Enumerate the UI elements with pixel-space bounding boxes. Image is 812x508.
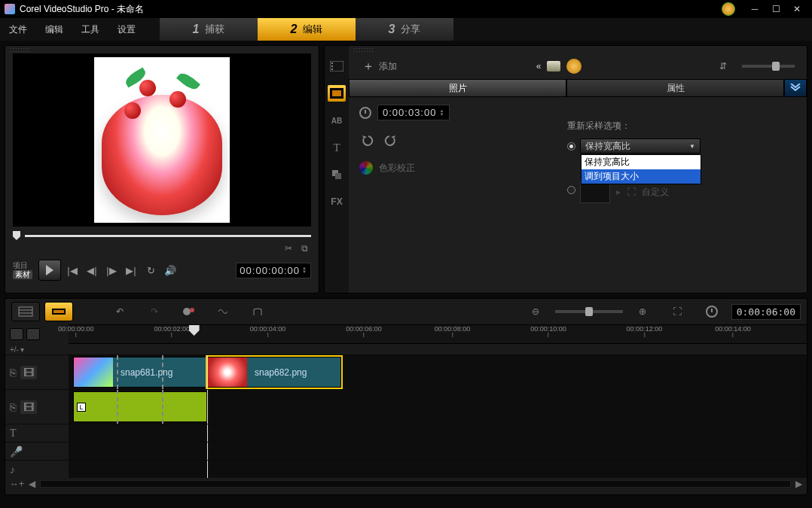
chevron-left-icon[interactable]: «: [536, 61, 542, 71]
step-edit[interactable]: 2编辑: [258, 18, 356, 41]
timeline-view-button[interactable]: [44, 302, 73, 321]
resample-label: 重新采样选项：: [567, 120, 701, 132]
scrub-track[interactable]: [25, 234, 311, 237]
play-button[interactable]: [38, 260, 61, 281]
title-track-body[interactable]: [69, 424, 807, 442]
record-button[interactable]: [179, 303, 200, 321]
radio-icon[interactable]: [567, 186, 575, 194]
resample-dropdown: 保持宽高比 调到项目大小: [581, 154, 701, 184]
expand-tracks-button[interactable]: ↔+: [10, 479, 24, 489]
rotate-right-button[interactable]: [383, 134, 400, 149]
panel-grip[interactable]: ::::::::: [349, 46, 807, 53]
cut-icon[interactable]: ✂: [285, 243, 292, 254]
storyboard-view-button[interactable]: [11, 302, 40, 321]
music-track-head[interactable]: ♪: [5, 461, 69, 478]
overlay-track-icon: 🎞: [20, 400, 37, 414]
side-tab-title[interactable]: T: [328, 139, 346, 156]
preview-timecode[interactable]: 00:00:00:00▲▼: [236, 263, 311, 278]
repeat-button[interactable]: ↻: [142, 262, 159, 278]
preview-panel: :::::::: ✂ ⧉ 项目 素材 |◀ ◀| |▶ ▶|: [5, 45, 319, 294]
audio-mixer-button[interactable]: [213, 303, 234, 321]
slider-knob-icon[interactable]: [772, 62, 780, 71]
folder-icon[interactable]: [547, 61, 560, 71]
dropdown-opt-keep-aspect[interactable]: 保持宽高比: [582, 155, 701, 169]
sub-tab-photo[interactable]: 照片: [349, 79, 566, 97]
overlay-track-head[interactable]: ⎘ 🎞: [5, 390, 69, 424]
sub-tab-strip: 照片 属性: [349, 79, 807, 97]
step-capture[interactable]: 1捕获: [160, 18, 258, 41]
menu-edit[interactable]: 编辑: [36, 18, 72, 41]
time-ruler[interactable]: 00:00:00:00 00:00:02:00 00:00:04:00 00:0…: [69, 324, 807, 344]
prev-frame-button[interactable]: ◀|: [84, 262, 100, 278]
sort-button[interactable]: ⇵: [715, 59, 731, 74]
add-button[interactable]: ＋添加: [356, 59, 403, 75]
dropdown-opt-fit-project[interactable]: 调到项目大小: [582, 169, 701, 184]
svg-point-13: [183, 308, 191, 315]
panel-grip[interactable]: ::::::::: [5, 46, 319, 53]
scroll-left-button[interactable]: ◀: [29, 479, 35, 489]
playhead-icon[interactable]: [189, 325, 200, 336]
music-track: ♪: [5, 460, 807, 478]
side-tab-media[interactable]: [328, 58, 346, 75]
project-timecode[interactable]: 0:00:06:00: [731, 304, 801, 320]
medal-icon[interactable]: [722, 2, 735, 16]
voice-track-body[interactable]: [69, 443, 807, 460]
sub-tab-attributes[interactable]: 属性: [566, 79, 784, 97]
fit-project-button[interactable]: ⛶: [667, 303, 688, 321]
slider-knob-icon[interactable]: [585, 307, 593, 316]
scrub-bar[interactable]: [13, 231, 311, 240]
side-tab-transition[interactable]: AB: [328, 112, 346, 129]
maximize-button[interactable]: ☐: [765, 2, 786, 16]
menu-settings[interactable]: 设置: [108, 18, 145, 41]
menu-tools[interactable]: 工具: [72, 18, 108, 41]
zoom-slider[interactable]: [555, 310, 623, 313]
resample-combo[interactable]: 保持宽高比 ▼ 保持宽高比 调到项目大小: [580, 138, 701, 154]
color-wheel-icon[interactable]: [566, 59, 582, 74]
undo-button[interactable]: ↶: [109, 303, 130, 321]
split-icon[interactable]: ⧉: [301, 243, 308, 254]
preview-viewport[interactable]: [13, 53, 311, 227]
voice-track-head[interactable]: 🎤: [5, 443, 69, 460]
track-list-button[interactable]: [26, 328, 40, 340]
track-options-button[interactable]: [10, 328, 23, 340]
video-track-head[interactable]: ⎘ 🎞: [5, 355, 69, 389]
video-track-body[interactable]: snap681.png snap682.png: [69, 355, 807, 389]
horizontal-scrollbar[interactable]: [40, 480, 791, 488]
expand-panel-button[interactable]: [784, 79, 807, 97]
zoom-in-button[interactable]: ⊕: [632, 303, 653, 321]
preview-mode[interactable]: 项目 素材: [13, 261, 32, 279]
zoom-out-button[interactable]: ⊖: [525, 303, 546, 321]
options-toolbar: ＋添加 « ⇵: [349, 53, 807, 79]
minimize-button[interactable]: ─: [744, 2, 765, 16]
duration-field[interactable]: 0:00:03:00▲▼: [377, 105, 450, 120]
overlay-clip[interactable]: L: [73, 391, 207, 422]
resample-keep-aspect[interactable]: 保持宽高比 ▼ 保持宽高比 调到项目大小: [567, 138, 701, 154]
close-button[interactable]: ✕: [786, 2, 807, 16]
title-track-head[interactable]: T: [5, 424, 69, 442]
add-track-row[interactable]: +/-▾: [5, 344, 807, 354]
go-start-button[interactable]: |◀: [64, 262, 81, 278]
scroll-right-button[interactable]: ▶: [795, 479, 802, 489]
rotate-left-button[interactable]: [359, 134, 376, 149]
step-share[interactable]: 3分享: [356, 18, 453, 41]
redo-button[interactable]: ↷: [144, 303, 165, 321]
scrub-marker-icon[interactable]: [13, 231, 20, 240]
overlay-track-body[interactable]: L: [69, 390, 807, 424]
duration-row: 0:00:03:00▲▼: [359, 105, 796, 120]
side-tab-fx[interactable]: FX: [328, 193, 346, 210]
spinner-icon[interactable]: ▲▼: [302, 266, 307, 274]
go-end-button[interactable]: ▶|: [123, 262, 139, 278]
next-frame-button[interactable]: |▶: [103, 262, 120, 278]
side-tab-photo[interactable]: [328, 85, 346, 102]
auto-music-button[interactable]: [248, 303, 269, 321]
menu-file[interactable]: 文件: [0, 18, 36, 41]
side-tab-graphic[interactable]: [328, 166, 346, 183]
clip-snap682[interactable]: snap682.png: [207, 357, 341, 388]
spinner-icon[interactable]: ▲▼: [439, 109, 444, 117]
music-track-body[interactable]: [69, 461, 807, 478]
custom-label: 自定义: [642, 186, 669, 199]
clip-snap681[interactable]: snap681.png: [73, 357, 207, 388]
thumbnail-size-slider[interactable]: [742, 65, 795, 68]
volume-button[interactable]: 🔊: [162, 262, 179, 278]
svg-rect-8: [19, 307, 32, 316]
